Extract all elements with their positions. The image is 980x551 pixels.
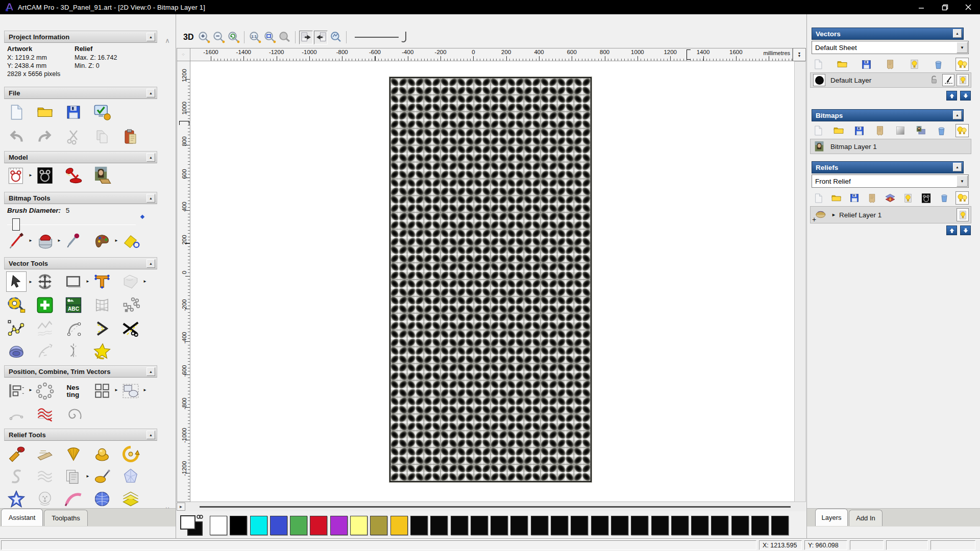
freehand-sketch-tool[interactable] bbox=[35, 318, 55, 339]
relief-selector[interactable]: Front Relief bbox=[812, 174, 969, 188]
toggle-layer-visibility-button[interactable] bbox=[908, 58, 921, 71]
reliefs-section-header[interactable]: Reliefs bbox=[812, 161, 964, 173]
colour-swatch[interactable] bbox=[551, 516, 568, 535]
measure-tool[interactable] bbox=[6, 295, 27, 315]
weave-vectors-tool[interactable] bbox=[35, 404, 55, 424]
colour-swatch[interactable] bbox=[571, 516, 588, 535]
colour-swatch[interactable] bbox=[210, 516, 227, 535]
minimize-button[interactable] bbox=[910, 0, 933, 14]
align-vectors-tool[interactable] bbox=[6, 381, 27, 401]
turn-relief-tool[interactable] bbox=[92, 466, 112, 487]
envelope-distort-tool[interactable] bbox=[120, 271, 141, 292]
fit-vectors-to-relief-tool[interactable] bbox=[6, 341, 27, 361]
zoom-in-button[interactable] bbox=[197, 31, 211, 44]
colour-swatch[interactable] bbox=[611, 516, 628, 535]
expand-layer-icon[interactable] bbox=[831, 212, 836, 217]
colour-swatch[interactable] bbox=[451, 516, 468, 535]
redo-button[interactable] bbox=[35, 127, 55, 147]
toggle-all-layers-button[interactable] bbox=[955, 124, 969, 137]
colour-swatch[interactable] bbox=[230, 516, 247, 535]
new-model-button[interactable] bbox=[6, 102, 27, 122]
face-wizard-tool[interactable] bbox=[35, 489, 55, 509]
node-editing-tool[interactable] bbox=[35, 295, 55, 315]
tab-add-in[interactable]: Add In bbox=[849, 510, 883, 526]
dropdown-arrow-icon[interactable] bbox=[957, 42, 968, 53]
delete-vector-layer-button[interactable] bbox=[932, 58, 945, 71]
set-model-size-button[interactable] bbox=[6, 165, 27, 186]
colour-swatch[interactable] bbox=[671, 516, 689, 535]
open-relief-layer-button[interactable] bbox=[829, 191, 843, 205]
gem-relief-tool[interactable] bbox=[120, 466, 141, 487]
create-arc-tool[interactable] bbox=[63, 318, 84, 339]
eraser-tool[interactable] bbox=[120, 231, 141, 251]
brush-diameter-slider-handle[interactable] bbox=[12, 218, 20, 231]
panel-scroll-up-icon[interactable]: ∧ bbox=[161, 35, 174, 46]
colour-palette-tool[interactable] bbox=[92, 231, 112, 251]
flyout-arrow-icon[interactable] bbox=[29, 173, 33, 178]
flyout-arrow-icon[interactable] bbox=[29, 280, 33, 284]
layer-stack-tool[interactable] bbox=[120, 489, 141, 509]
paste-button[interactable] bbox=[120, 127, 141, 147]
flyout-arrow-icon[interactable] bbox=[114, 238, 118, 243]
zoom-out-button[interactable] bbox=[212, 31, 226, 44]
primary-secondary-colour-indicator[interactable] bbox=[180, 515, 207, 538]
new-relief-layer-button[interactable] bbox=[812, 191, 825, 205]
vectors-section-header[interactable]: Vectors bbox=[812, 28, 964, 40]
colour-swatch[interactable] bbox=[731, 516, 749, 535]
sheet-selector[interactable]: Default Sheet bbox=[812, 41, 969, 54]
layer-colour-swatch[interactable] bbox=[813, 74, 825, 86]
invert-model-button[interactable] bbox=[35, 165, 55, 186]
line-end-handle-icon[interactable] bbox=[401, 31, 408, 44]
colour-swatch[interactable] bbox=[370, 516, 387, 535]
angle-relief-tool[interactable] bbox=[63, 444, 84, 464]
ruler-origin-box[interactable]: ⁘ bbox=[177, 48, 190, 61]
flyout-arrow-icon[interactable] bbox=[29, 388, 33, 392]
dome-relief-tool[interactable] bbox=[92, 444, 112, 464]
colour-swatch[interactable] bbox=[531, 516, 548, 535]
close-button[interactable] bbox=[957, 0, 980, 14]
section-header-bitmap-tools[interactable]: Bitmap Tools bbox=[4, 192, 157, 204]
move-layer-down-button[interactable] bbox=[960, 226, 971, 235]
save-bitmap-layer-button[interactable] bbox=[853, 124, 866, 137]
open-vector-layer-button[interactable] bbox=[836, 58, 849, 71]
colour-swatch[interactable] bbox=[751, 516, 769, 535]
texture-brush-tool[interactable] bbox=[63, 489, 84, 509]
colour-swatch[interactable] bbox=[290, 516, 307, 535]
colour-swatch[interactable] bbox=[430, 516, 448, 535]
fit-arcs-tool[interactable] bbox=[6, 404, 27, 424]
colour-swatch[interactable] bbox=[771, 516, 789, 535]
layer-visibility-button[interactable] bbox=[957, 208, 969, 221]
collapse-button[interactable] bbox=[953, 29, 962, 38]
create-star-tool[interactable] bbox=[92, 341, 112, 361]
zoom-object-button[interactable] bbox=[278, 31, 291, 44]
colour-swatch[interactable] bbox=[310, 516, 327, 535]
section-header-relief-tools[interactable]: Relief Tools bbox=[4, 429, 157, 441]
group-vectors-tool[interactable] bbox=[120, 381, 141, 401]
zoom-previous-button[interactable] bbox=[227, 31, 240, 44]
colour-swatch[interactable] bbox=[711, 516, 728, 535]
circular-copy-tool[interactable] bbox=[35, 381, 55, 401]
tab-assistant[interactable]: Assistant bbox=[1, 509, 43, 526]
flyout-arrow-icon[interactable] bbox=[143, 279, 147, 284]
colour-swatch[interactable] bbox=[350, 516, 368, 535]
vector-layer-row[interactable]: Default Layer bbox=[810, 72, 971, 88]
options-button[interactable] bbox=[92, 102, 112, 122]
colour-swatch[interactable] bbox=[250, 516, 267, 535]
lighting-button[interactable] bbox=[63, 165, 84, 186]
colour-swatch[interactable] bbox=[631, 516, 648, 535]
toggle-all-layers-button[interactable] bbox=[955, 58, 969, 71]
collapse-button[interactable] bbox=[953, 111, 962, 119]
scrollbar-thumb[interactable] bbox=[200, 506, 791, 508]
toggle-bitmap-visibility-button[interactable] bbox=[299, 31, 313, 44]
collapse-button[interactable] bbox=[953, 163, 962, 171]
texture-sphere-tool[interactable] bbox=[92, 489, 112, 509]
move-layer-down-button[interactable] bbox=[960, 91, 971, 101]
create-text-tool[interactable] bbox=[92, 271, 112, 292]
section-header-model[interactable]: Model bbox=[4, 151, 157, 163]
colour-swatch[interactable] bbox=[471, 516, 488, 535]
paint-tool[interactable] bbox=[6, 231, 27, 251]
flyout-arrow-icon[interactable] bbox=[143, 388, 147, 392]
merge-bitmap-layers-button[interactable] bbox=[873, 124, 887, 137]
sweep-profile-tool[interactable] bbox=[6, 466, 27, 487]
block-copy-tool[interactable] bbox=[92, 381, 112, 401]
